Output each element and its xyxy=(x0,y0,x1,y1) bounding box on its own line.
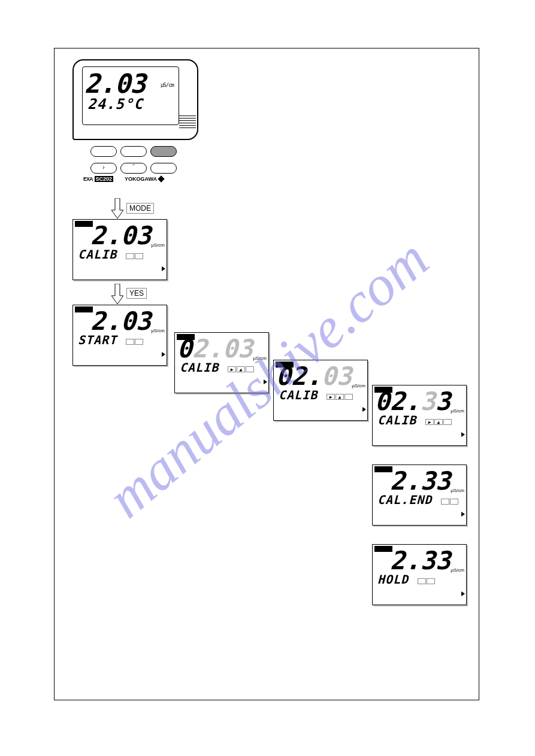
main-value: 2.03 xyxy=(84,68,145,99)
unit-label xyxy=(451,408,464,414)
screen-value: 2.33 xyxy=(390,546,451,575)
device-top-buttons xyxy=(90,146,198,157)
screen-value-dim: 3 xyxy=(420,387,435,416)
unit-label xyxy=(352,383,365,388)
screen-value-dim: 2.03 xyxy=(192,334,253,363)
screen-mode: CALIB xyxy=(78,247,117,262)
device-body: 2.03 μS/cm 24.5°C xyxy=(72,59,198,140)
triangle-icon xyxy=(461,432,465,437)
mode-button[interactable] xyxy=(150,146,177,157)
main-unit: μS/cm xyxy=(161,82,174,88)
screen-mode: CALIB xyxy=(377,413,416,427)
button-6[interactable] xyxy=(150,163,177,174)
indicator-boxes xyxy=(418,573,436,588)
screen-calib-1: 2.03 CALIB xyxy=(72,219,167,280)
yes-key-label: YES xyxy=(126,288,147,299)
device-grille xyxy=(179,116,196,130)
screen-mode: CALIB xyxy=(180,360,219,375)
unit-label xyxy=(451,488,464,493)
hold-indicator xyxy=(374,546,392,552)
device-illustration: 2.03 μS/cm 24.5°C › ˆ EXA SC202 YOKOGAWA xyxy=(72,59,198,182)
button-1[interactable] xyxy=(90,146,117,157)
unit-label xyxy=(253,356,267,361)
screen-mode: START xyxy=(78,333,117,347)
screen-start: 2.03 START xyxy=(72,305,167,366)
lcd-sub-reading: 24.5°C xyxy=(83,96,179,113)
up-button[interactable]: ˆ xyxy=(120,163,147,174)
arrow-down-icon xyxy=(111,284,123,304)
brand-yokogawa: YOKOGAWA xyxy=(125,176,157,182)
brand-model: SC202 xyxy=(95,176,114,182)
screen-hold: 2.33 HOLD xyxy=(372,544,467,605)
button-2[interactable] xyxy=(120,146,147,157)
triangle-icon xyxy=(461,591,465,596)
indicator-boxes xyxy=(126,248,144,263)
indicator-boxes: ▶▲ xyxy=(327,389,353,403)
triangle-icon xyxy=(162,266,165,271)
screen-mode: HOLD xyxy=(377,572,409,587)
device-lcd: 2.03 μS/cm 24.5°C xyxy=(82,66,179,125)
device-bottom-buttons: › ˆ xyxy=(90,163,198,174)
unit-label xyxy=(151,328,165,333)
figure-frame: 2.03 μS/cm 24.5°C › ˆ EXA SC202 YOKOGAWA xyxy=(54,48,479,700)
hold-indicator xyxy=(276,362,294,368)
screen-calend: 2.33 CAL.END xyxy=(372,464,467,526)
screen-value: 2.03 xyxy=(90,221,151,250)
diamond-icon xyxy=(158,175,164,182)
screen-calib-edit-2: 02.03 CALIB ▶▲ xyxy=(273,360,368,421)
hold-indicator xyxy=(374,466,392,472)
indicator-boxes: ▶▲ xyxy=(228,362,255,376)
arrow-down-icon xyxy=(111,198,123,218)
indicator-boxes xyxy=(441,494,459,508)
screen-value-dim: 03 xyxy=(321,362,352,391)
triangle-icon xyxy=(461,512,465,517)
hold-indicator xyxy=(75,306,93,312)
mode-key-label: MODE xyxy=(126,203,154,214)
triangle-icon xyxy=(362,407,366,412)
device-branding: EXA SC202 YOKOGAWA xyxy=(83,176,198,182)
indicator-boxes: ▶▲ xyxy=(425,414,452,429)
screen-mode: CAL.END xyxy=(377,493,432,507)
screen-calib-edit-1: 02.03 CALIB ▶▲ xyxy=(174,332,269,393)
screen-value: 2.03 xyxy=(90,306,151,336)
triangle-icon xyxy=(264,379,267,384)
screen-value: 2.33 xyxy=(390,466,451,496)
hold-indicator xyxy=(177,334,195,340)
hold-indicator xyxy=(75,221,93,227)
brand-exa: EXA xyxy=(83,176,93,182)
right-button[interactable]: › xyxy=(90,163,117,174)
screen-calib-edit-3: 02.33 CALIB ▶▲ xyxy=(372,385,467,446)
screen-mode: CALIB xyxy=(279,388,318,402)
unit-label xyxy=(151,242,165,248)
hold-indicator xyxy=(374,387,392,393)
screen-value-active: 3 xyxy=(436,387,451,416)
indicator-boxes xyxy=(126,334,144,348)
unit-label xyxy=(451,567,464,573)
lcd-main-reading: 2.03 μS/cm xyxy=(83,67,179,97)
triangle-icon xyxy=(162,352,165,357)
